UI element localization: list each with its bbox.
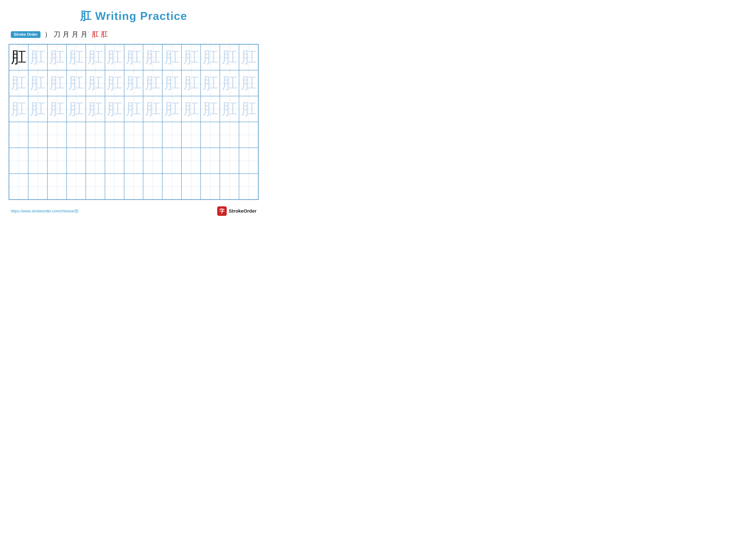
grid-cell[interactable] [239,148,258,174]
grid-cell[interactable] [143,174,162,199]
grid-cell[interactable] [47,174,67,199]
grid-cell[interactable]: 肛 [239,70,258,96]
grid-cell[interactable]: 肛 [239,96,258,122]
grid-cell[interactable]: 肛 [201,70,220,96]
grid-cell[interactable] [105,122,124,148]
grid-cell[interactable] [143,122,162,148]
grid-cell[interactable]: 肛 [28,96,47,122]
grid-cell[interactable] [220,174,239,199]
grid-cell[interactable] [86,174,105,199]
grid-cell[interactable] [105,148,124,174]
grid-cell[interactable]: 肛 [124,96,143,122]
footer: https://www.strokeorder.com/chinese/肛 字 … [9,206,258,216]
cell-character: 肛 [183,47,199,68]
grid-cell[interactable] [47,122,67,148]
stroke-order-badge: Stroke Order [11,31,40,38]
grid-cell[interactable] [67,148,86,174]
cell-character: 肛 [68,47,84,68]
grid-cell[interactable] [9,174,28,199]
grid-cell[interactable] [181,174,201,199]
grid-cell[interactable]: 肛 [9,44,28,70]
cell-character: 肛 [11,73,26,93]
grid-cell[interactable]: 肛 [67,96,86,122]
grid-cell[interactable]: 肛 [105,44,124,70]
cell-character: 肛 [126,99,141,119]
cell-character: 肛 [30,47,45,68]
grid-cell[interactable]: 肛 [86,96,105,122]
cell-character: 肛 [241,47,256,68]
cell-character: 肛 [145,99,161,119]
grid-cell[interactable]: 肛 [105,96,124,122]
grid-cell[interactable]: 肛 [143,96,162,122]
grid-cell[interactable]: 肛 [28,44,47,70]
cell-character: 肛 [164,99,180,119]
logo-icon: 字 [217,206,227,216]
grid-cell[interactable] [124,148,143,174]
grid-cell[interactable] [28,148,47,174]
grid-cell[interactable]: 肛 [220,96,239,122]
grid-cell[interactable]: 肛 [143,44,162,70]
grid-cell[interactable]: 肛 [201,44,220,70]
grid-cell[interactable] [143,148,162,174]
grid-cell[interactable]: 肛 [124,44,143,70]
grid-cell[interactable]: 肛 [105,70,124,96]
footer-url[interactable]: https://www.strokeorder.com/chinese/肛 [11,209,79,214]
grid-cell[interactable] [220,148,239,174]
grid-cell[interactable]: 肛 [162,44,181,70]
grid-cell[interactable] [181,122,201,148]
grid-cell[interactable] [220,122,239,148]
grid-cell[interactable] [86,122,105,148]
grid-cell[interactable]: 肛 [239,44,258,70]
grid-cell[interactable] [201,122,220,148]
grid-cell[interactable] [239,122,258,148]
grid-cell[interactable] [181,148,201,174]
grid-cell[interactable] [9,122,28,148]
page-title: 肛 Writing Practice [9,9,258,24]
cell-character: 肛 [49,99,65,119]
grid-cell[interactable]: 肛 [220,44,239,70]
cell-character: 肛 [107,47,122,68]
grid-cell[interactable]: 肛 [162,96,181,122]
grid-cell[interactable]: 肛 [86,70,105,96]
grid-cell[interactable]: 肛 [86,44,105,70]
grid-cell[interactable]: 肛 [181,70,201,96]
grid-cell[interactable]: 肛 [47,70,67,96]
grid-cell[interactable]: 肛 [201,96,220,122]
grid-cell[interactable] [124,122,143,148]
grid-cell[interactable]: 肛 [28,70,47,96]
grid-cell[interactable]: 肛 [143,70,162,96]
grid-cell[interactable] [162,148,181,174]
grid-cell[interactable]: 肛 [9,96,28,122]
cell-character: 肛 [222,99,237,119]
grid-cell[interactable] [162,122,181,148]
grid-cell[interactable]: 肛 [181,44,201,70]
stroke-steps: ） 刀 月 月 月⁻ 肛 肛 [44,30,108,39]
cell-character: 肛 [88,73,103,93]
grid-cell[interactable] [67,122,86,148]
grid-cell[interactable] [201,148,220,174]
grid-cell[interactable] [105,174,124,199]
logo-text: StrokeOrder [229,208,256,214]
grid-cell[interactable] [86,148,105,174]
grid-cell[interactable]: 肛 [67,70,86,96]
stroke-step-3: 月 [63,30,69,39]
grid-cell[interactable]: 肛 [220,70,239,96]
cell-character: 肛 [164,73,180,93]
grid-cell[interactable]: 肛 [124,70,143,96]
grid-cell[interactable] [239,174,258,199]
grid-cell[interactable]: 肛 [9,70,28,96]
grid-cell[interactable]: 肛 [67,44,86,70]
grid-cell[interactable]: 肛 [47,44,67,70]
grid-cell[interactable]: 肛 [181,96,201,122]
grid-cell[interactable] [162,174,181,199]
grid-cell[interactable] [201,174,220,199]
grid-cell[interactable] [28,174,47,199]
grid-cell[interactable] [28,122,47,148]
grid-cell[interactable] [67,174,86,199]
grid-cell[interactable] [9,148,28,174]
grid-cell[interactable]: 肛 [47,96,67,122]
grid-cell[interactable] [124,174,143,199]
cell-character: 肛 [30,99,45,119]
grid-cell[interactable]: 肛 [162,70,181,96]
grid-cell[interactable] [47,148,67,174]
